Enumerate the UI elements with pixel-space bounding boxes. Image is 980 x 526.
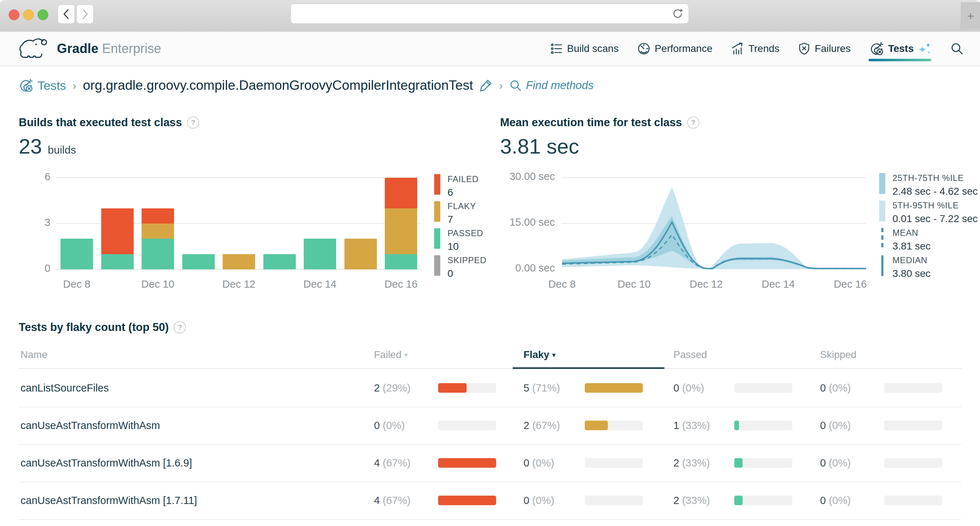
legend-count: 10 xyxy=(447,241,483,252)
test-name[interactable]: canUseAstTransformWithAsm [1.7.11] xyxy=(21,495,197,507)
bar-segment-passed xyxy=(101,254,134,269)
passed-count: 2(33%) xyxy=(673,495,710,507)
x-tick-label: Dec 8 xyxy=(548,278,576,290)
test-name[interactable]: canUseAstTransformWithAsm [1.6.9] xyxy=(21,457,192,469)
passed-count: 0(0%) xyxy=(673,382,704,394)
legend-swatch xyxy=(879,228,885,249)
help-icon[interactable]: ? xyxy=(173,321,186,333)
column-header-label: Name xyxy=(21,349,48,360)
gradle-enterprise-window: + Gradle Enterprise xyxy=(0,0,980,526)
table-row[interactable]: canUseAstTransformWithAsm [1.6.9]4(67%)0… xyxy=(19,444,961,482)
passed-bar xyxy=(734,496,792,505)
legend-entry-flaky: FLAKY7 xyxy=(434,201,476,222)
flaky-bar xyxy=(585,421,643,430)
sparkles-icon xyxy=(918,41,932,56)
legend-label: MEDIAN xyxy=(892,255,931,265)
skipped-bar xyxy=(884,496,942,505)
bar-segment-failed xyxy=(142,208,174,223)
skipped-count: 0(0%) xyxy=(820,495,851,507)
legend-text: FAILED6 xyxy=(447,174,479,195)
minimize-window-button[interactable] xyxy=(23,10,34,20)
legend-text: SKIPPED0 xyxy=(447,255,487,276)
help-icon[interactable]: ? xyxy=(687,116,699,129)
skipped-count: 0(0%) xyxy=(820,382,851,394)
flaky-percent: (0%) xyxy=(532,457,554,469)
find-methods-link[interactable]: Find methods xyxy=(526,79,594,92)
new-tab-button[interactable]: + xyxy=(961,2,980,30)
column-header-label: Flaky xyxy=(523,349,549,360)
flaky-table-title: Tests by flaky count (top 50) ? xyxy=(19,321,186,334)
failed-bar xyxy=(438,421,496,430)
legend-text: 5TH-95TH %ILE0.01 sec - 7.22 sec xyxy=(892,201,978,222)
table-row[interactable]: canListSourceFiles2(29%)5(71%)0(0%)0(0%) xyxy=(19,369,961,407)
nav-item-trends[interactable]: Trends xyxy=(731,32,779,65)
breadcrumb-separator: › xyxy=(72,79,76,92)
nav-item-build-scans[interactable]: Build scans xyxy=(550,32,619,65)
flaky-bar-fill xyxy=(585,383,643,393)
legend-label: 5TH-95TH %ILE xyxy=(892,201,978,210)
find-methods-search-icon[interactable] xyxy=(509,79,522,92)
column-header-flaky[interactable]: Flaky▾ xyxy=(523,349,555,360)
help-icon[interactable]: ? xyxy=(187,116,199,129)
address-bar[interactable] xyxy=(290,3,689,24)
legend-count: 0 xyxy=(447,268,487,279)
legend-value: 0.01 sec - 7.22 sec xyxy=(892,213,978,225)
legend-swatch xyxy=(879,173,885,194)
table-row[interactable]: canUseAstTransformWithAsm0(0%)2(67%)1(33… xyxy=(19,406,961,445)
legend-entry-median: MEDIAN3.80 sec xyxy=(879,255,931,276)
breadcrumb-separator: › xyxy=(499,79,503,92)
sort-caret-icon: ▾ xyxy=(552,351,556,359)
test-name[interactable]: canListSourceFiles xyxy=(21,382,109,394)
active-tab-underline xyxy=(869,59,931,61)
nav-item-failures[interactable]: Failures xyxy=(798,32,851,65)
legend-text: MEAN3.81 sec xyxy=(892,228,931,249)
x-tick-label: Dec 12 xyxy=(222,278,255,290)
maximize-window-button[interactable] xyxy=(37,10,48,20)
skipped-count: 0(0%) xyxy=(820,457,851,469)
exec-time-metric: 3.81 sec xyxy=(500,134,579,158)
breadcrumb-tests-link[interactable]: Tests xyxy=(37,78,66,92)
legend-entry-failed: FAILED6 xyxy=(434,174,479,195)
flaky-bar xyxy=(585,383,643,393)
edit-pencil-icon[interactable] xyxy=(479,78,493,92)
test-name[interactable]: canUseAstTransformWithAsm xyxy=(21,420,160,432)
legend-text: PASSED10 xyxy=(447,228,483,249)
x-tick-label: Dec 16 xyxy=(385,278,418,290)
y-tick-label: 3 xyxy=(18,217,51,229)
nav-item-tests[interactable]: Tests xyxy=(869,32,932,65)
failed-percent: (67%) xyxy=(383,457,410,469)
flaky-count: 5(71%) xyxy=(523,382,560,394)
y-tick-label: 0.00 sec xyxy=(504,262,555,274)
browser-forward-button[interactable] xyxy=(76,4,94,24)
flaky-bar xyxy=(585,458,643,468)
column-header-failed[interactable]: Failed▾ xyxy=(374,349,408,360)
legend-text: FLAKY7 xyxy=(447,201,476,222)
failed-bar xyxy=(438,458,496,468)
bar-segment-flaky xyxy=(223,254,255,269)
browser-back-button[interactable] xyxy=(58,4,75,24)
nav-search-button[interactable] xyxy=(950,32,963,65)
skipped-percent: (0%) xyxy=(829,420,851,431)
execution-time-area-chart xyxy=(562,169,866,277)
legend-swatch xyxy=(434,255,440,276)
brand[interactable]: Gradle Enterprise xyxy=(19,38,161,60)
failed-bar xyxy=(438,496,496,505)
failures-icon xyxy=(798,43,810,55)
table-row[interactable]: canUseAstTransformWithAsm [1.7.11]4(67%)… xyxy=(19,481,961,520)
skipped-percent: (0%) xyxy=(829,382,851,394)
x-tick-label: Dec 14 xyxy=(762,278,795,290)
column-header-passed: Passed xyxy=(673,349,707,360)
flaky-bar xyxy=(585,496,643,505)
column-header-label: Skipped xyxy=(820,349,856,360)
close-window-button[interactable] xyxy=(9,10,19,20)
passed-bar-fill xyxy=(734,458,743,468)
reload-icon[interactable] xyxy=(672,8,684,19)
bar-segment-passed xyxy=(182,254,215,269)
legend-label: FAILED xyxy=(447,174,479,184)
nav-item-performance[interactable]: Performance xyxy=(637,32,712,65)
legend-swatch xyxy=(434,174,440,195)
legend-text: 25TH-75TH %ILE2.48 sec - 4.62 sec xyxy=(892,173,978,194)
failed-percent: (67%) xyxy=(383,495,410,506)
column-header-skipped: Skipped xyxy=(820,349,856,360)
y-tick-label: 15.00 sec xyxy=(504,216,555,228)
